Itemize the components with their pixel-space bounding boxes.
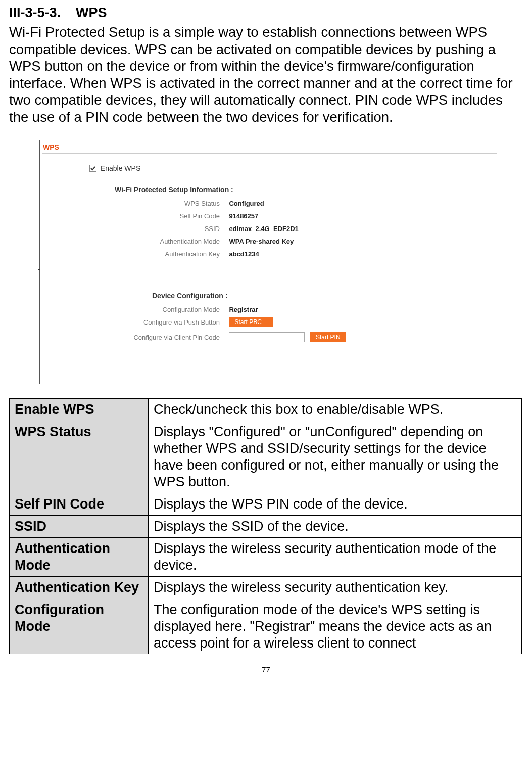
page-number: 77 [9, 665, 523, 674]
table-row: Enable WPSCheck/uncheck this box to enab… [10, 399, 522, 421]
pbc-label: Configure via Push Button [55, 318, 227, 326]
divider [42, 153, 497, 154]
table-row: Authentication KeyDisplays the wireless … [10, 576, 522, 599]
term-cell: WPS Status [10, 421, 149, 493]
desc-cell: Displays the WPS PIN code of the device. [149, 493, 522, 515]
config-mode-label: Configuration Mode [55, 306, 227, 313]
client-pin-input[interactable] [229, 332, 305, 342]
table-row: SSIDDisplays the SSID of the device. [10, 515, 522, 537]
table-row: Authentication ModeDisplays the wireless… [10, 537, 522, 576]
term-cell: Authentication Mode [10, 537, 149, 576]
info-value: WPA Pre-shared Key [229, 238, 294, 245]
pin-row: Configure via Client Pin Code Start PIN [55, 332, 346, 342]
desc-cell: Check/uncheck this box to enable/disable… [149, 399, 522, 421]
table-row: Configuration ModeThe configuration mode… [10, 599, 522, 654]
info-value: Configured [229, 200, 264, 207]
svg-rect-0 [90, 165, 96, 172]
info-label: WPS Status [55, 200, 227, 207]
info-row: Self Pin Code 91486257 [55, 211, 258, 220]
enable-wps-row: Enable WPS [89, 164, 140, 172]
info-value: 91486257 [229, 212, 258, 220]
document-page: III-3-5-3. WPS Wi-Fi Protected Setup is … [0, 0, 532, 689]
screenshot-header: WPS [43, 143, 59, 151]
info-value: edimax_2.4G_EDF2D1 [229, 225, 298, 233]
table-row: Self PIN CodeDisplays the WPS PIN code o… [10, 493, 522, 515]
term-cell: SSID [10, 515, 149, 537]
desc-cell: Displays the wireless security authentic… [149, 576, 522, 599]
config-section-title: Device Configuration : [152, 292, 227, 300]
desc-cell: Displays the SSID of the device. [149, 515, 522, 537]
dash-mark: - [38, 265, 40, 273]
term-cell: Self PIN Code [10, 493, 149, 515]
enable-wps-label: Enable WPS [101, 164, 140, 172]
term-cell: Authentication Key [10, 576, 149, 599]
info-section-title: Wi-Fi Protected Setup Information : [115, 186, 233, 194]
start-pin-button[interactable]: Start PIN [310, 332, 346, 342]
intro-paragraph: Wi-Fi Protected Setup is a simple way to… [9, 24, 523, 125]
desc-cell: Displays the wireless security authentic… [149, 537, 522, 576]
info-row: Authentication Mode WPA Pre-shared Key [55, 236, 294, 245]
config-mode-value: Registrar [229, 306, 258, 313]
section-heading: III-3-5-3. WPS [9, 5, 523, 21]
desc-cell: The configuration mode of the device's W… [149, 599, 522, 654]
desc-cell: Displays "Configured" or "unConfigured" … [149, 421, 522, 493]
info-label: Authentication Key [55, 250, 227, 258]
info-label: Authentication Mode [55, 238, 227, 245]
heading-title: WPS [76, 5, 107, 20]
info-row: SSID edimax_2.4G_EDF2D1 [55, 223, 299, 233]
heading-number: III-3-5-3. [9, 5, 61, 20]
enable-wps-checkbox[interactable] [89, 165, 96, 172]
pin-label: Configure via Client Pin Code [55, 334, 227, 341]
info-row: WPS Status Configured [55, 198, 264, 207]
info-label: Self Pin Code [55, 212, 227, 220]
info-label: SSID [55, 225, 227, 233]
description-table: Enable WPSCheck/uncheck this box to enab… [9, 398, 522, 654]
table-row: WPS StatusDisplays "Configured" or "unCo… [10, 421, 522, 493]
term-cell: Enable WPS [10, 399, 149, 421]
term-cell: Configuration Mode [10, 599, 149, 654]
wps-screenshot: WPS Enable WPS Wi-Fi Protected Setup Inf… [39, 140, 500, 384]
info-row: Authentication Key abcd1234 [55, 249, 259, 258]
info-value: abcd1234 [229, 250, 259, 258]
config-mode-row: Configuration Mode Registrar [55, 304, 258, 313]
pbc-row: Configure via Push Button Start PBC [55, 317, 273, 327]
start-pbc-button[interactable]: Start PBC [229, 317, 273, 327]
